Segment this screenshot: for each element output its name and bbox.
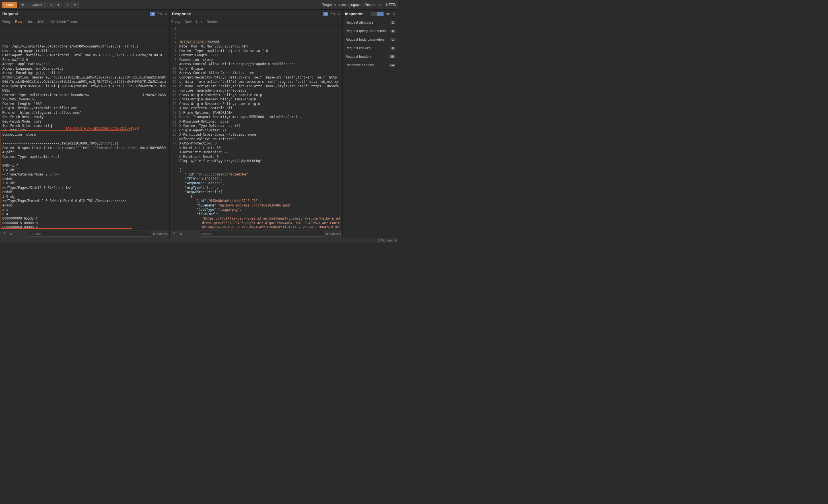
menu-icon[interactable]: ≡ (165, 12, 167, 16)
inspector-row-count: 1 (390, 38, 396, 41)
layout-toggle[interactable] (371, 12, 383, 16)
display-mode-icon[interactable]: ≡ (150, 12, 155, 16)
arrow-left-icon[interactable]: ← (15, 231, 20, 236)
tab-json-web-tokens[interactable]: JSON Web Tokens (49, 19, 78, 25)
inspector-row-label: Request attributes (345, 20, 373, 25)
inspector-row-label: Response headers (345, 63, 374, 67)
help-icon[interactable]: ? (2, 231, 7, 236)
inspector-row-label: Request body parameters (345, 38, 385, 42)
request-searchbar: ? ⚙ ← → 0 matches (0, 229, 169, 238)
statusbar: 8,798 bytes | 6 (0, 238, 398, 243)
main-layout: Request ≡ \n ≡ Pretty Raw Hex JWS JSON W… (0, 10, 398, 238)
inspector-row[interactable]: Request headers15 (342, 52, 398, 61)
inspector-row-label: Request query parameters (345, 29, 386, 33)
target-url: https://stagingapi.truffles.one (334, 3, 377, 7)
arrow-right-icon[interactable]: → (22, 231, 27, 236)
topbar: Send ⚙ Cancel < ▾ > ▾ Target: https://st… (0, 0, 398, 10)
cancel-button[interactable]: Cancel (28, 2, 46, 8)
collapse-icon[interactable]: ⇵ (392, 12, 396, 16)
protocol-label[interactable]: HTTP/ (386, 3, 396, 7)
tab-render[interactable]: Render (207, 19, 218, 25)
status-bytes: 8,798 bytes | 6 (378, 239, 397, 242)
inspector-row[interactable]: Request cookies0 (342, 44, 398, 52)
tab-hex[interactable]: Hex (196, 19, 202, 25)
inspector-row-label: Request headers (345, 55, 371, 58)
gear-icon[interactable]: ⚙ (178, 231, 183, 236)
gear-icon[interactable]: ⚙ (8, 231, 14, 236)
forward-button[interactable]: > (64, 2, 72, 8)
tab-jws[interactable]: JWS (37, 19, 44, 25)
menu-icon[interactable]: ≡ (338, 12, 340, 16)
back-menu[interactable]: ▾ (55, 2, 62, 8)
gear-icon: ⚙ (21, 3, 24, 7)
caret-down-icon: ▾ (57, 3, 59, 7)
search-input[interactable] (29, 231, 151, 237)
annotation-text: Malicious PDF uploaded CVE-2018-4993 (66, 126, 139, 131)
chevron-left-icon: < (50, 3, 52, 6)
request-editor[interactable]: Malicious PDF uploaded CVE-2018-4993 POS… (0, 26, 169, 229)
request-title: Request ≡ \n ≡ (0, 10, 169, 18)
request-pane: Request ≡ \n ≡ Pretty Raw Hex JWS JSON W… (0, 10, 170, 238)
send-button[interactable]: Send (2, 2, 17, 8)
inspector-row-count: 2 (390, 21, 396, 24)
request-tabs: Pretty Raw Hex JWS JSON Web Tokens (0, 18, 169, 26)
response-searchbar: ? ⚙ ← → 0 matches (170, 229, 342, 238)
line-gutter: 1234567891011121314151617181920212223242… (170, 27, 177, 146)
match-count: 0 matches (153, 232, 168, 236)
inspector-row-count: 15 (389, 55, 396, 58)
tab-pretty[interactable]: Pretty (2, 19, 10, 25)
settings-button[interactable]: ⚙ (19, 2, 27, 8)
history-nav: < ▾ (47, 2, 62, 8)
caret-down-icon: ▾ (74, 3, 76, 7)
match-count: 0 matches (326, 232, 341, 236)
arrow-right-icon[interactable]: → (192, 231, 197, 236)
target-label: Target: https://stagingapi.truffles.one (322, 3, 377, 7)
inspector-row-count: 0 (390, 30, 396, 33)
inspector-row-label: Request cookies (345, 46, 371, 50)
inspector-title: Inspector ⇆ ⇵ (342, 10, 398, 18)
inspector-row[interactable]: Request body parameters1 (342, 35, 398, 44)
response-tabs: Pretty Raw Hex Render (170, 18, 342, 26)
inspector-row-count: 0 (390, 47, 396, 50)
help-icon[interactable]: ? (171, 231, 176, 236)
inspector-row[interactable]: Request query parameters0 (342, 27, 398, 35)
response-editor[interactable]: 1234567891011121314151617181920212223242… (170, 26, 342, 229)
tab-raw[interactable]: Raw (15, 18, 22, 25)
response-title: Response ≡ \n ≡ (170, 10, 342, 18)
arrow-left-icon[interactable]: ← (185, 231, 190, 236)
inspector-row-count: 24 (389, 64, 396, 67)
back-button[interactable]: < (47, 2, 55, 8)
newline-icon[interactable]: \n (331, 12, 335, 16)
tab-raw[interactable]: Raw (185, 19, 192, 25)
inspector-row[interactable]: Request attributes2 (342, 18, 398, 27)
search-input[interactable] (199, 231, 324, 237)
inspector-pane: Inspector ⇆ ⇵ Request attributes2Request… (342, 10, 398, 238)
response-pane: Response ≡ \n ≡ Pretty Raw Hex Render 12… (170, 10, 342, 238)
display-mode-icon[interactable]: ≡ (323, 12, 328, 16)
expand-icon[interactable]: ⇆ (386, 12, 390, 16)
history-nav-fwd: > ▾ (64, 2, 79, 8)
chevron-right-icon: > (67, 3, 69, 6)
forward-menu[interactable]: ▾ (72, 2, 79, 8)
pencil-icon[interactable]: ✎ (379, 3, 382, 7)
inspector-row[interactable]: Response headers24 (342, 61, 398, 70)
tab-pretty[interactable]: Pretty (171, 18, 180, 25)
newline-icon[interactable]: \n (158, 12, 162, 16)
tab-hex[interactable]: Hex (27, 19, 33, 25)
